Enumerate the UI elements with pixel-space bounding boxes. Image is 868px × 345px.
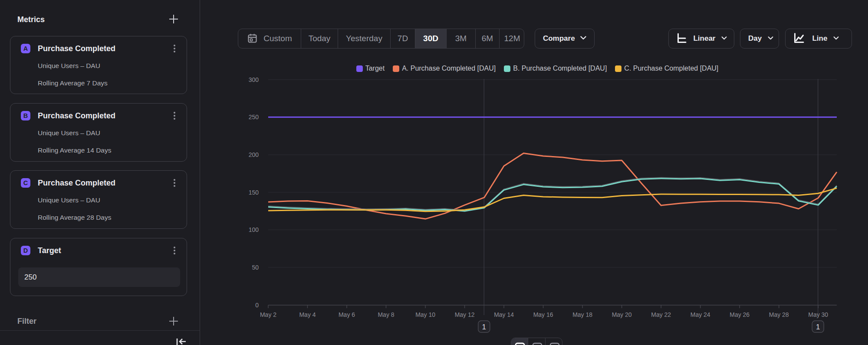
svg-text:May 24: May 24	[690, 311, 710, 318]
svg-text:100: 100	[249, 226, 259, 233]
svg-text:200: 200	[249, 151, 259, 158]
svg-text:0: 0	[255, 302, 259, 309]
svg-text:May 10: May 10	[415, 311, 435, 318]
svg-text:May 26: May 26	[730, 311, 750, 318]
svg-text:May 30: May 30	[808, 311, 828, 318]
svg-text:1: 1	[816, 323, 820, 331]
svg-text:May 4: May 4	[299, 311, 316, 318]
svg-text:May 20: May 20	[612, 311, 632, 318]
svg-text:May 8: May 8	[378, 311, 394, 318]
svg-text:1: 1	[482, 323, 486, 331]
svg-text:50: 50	[252, 264, 259, 271]
svg-text:May 16: May 16	[533, 311, 553, 318]
svg-text:150: 150	[249, 189, 259, 196]
svg-text:300: 300	[249, 76, 259, 83]
svg-text:May 14: May 14	[494, 311, 514, 318]
svg-text:May 18: May 18	[572, 311, 592, 318]
svg-text:May 6: May 6	[339, 311, 355, 318]
svg-text:250: 250	[249, 114, 259, 120]
svg-text:May 12: May 12	[455, 311, 475, 318]
svg-text:May 22: May 22	[651, 311, 671, 318]
svg-text:May 28: May 28	[769, 311, 789, 318]
svg-text:May 2: May 2	[260, 311, 276, 318]
